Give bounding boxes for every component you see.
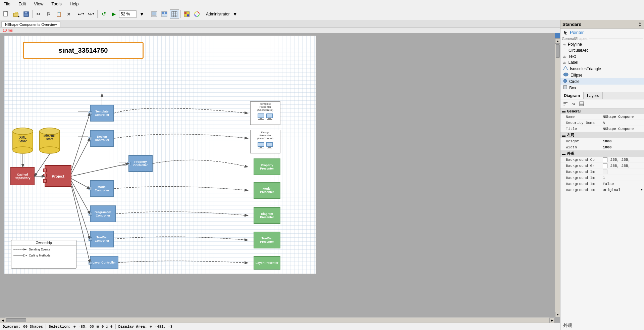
ado-store-node[interactable]: ado.NETStore [38,127,61,154]
tab-layers[interactable]: Layers [584,92,603,99]
design-presenter-node[interactable]: DesignPresenter(UserControl) [250,130,280,153]
scroll-down-arrow[interactable]: ▼ [555,312,560,317]
shape-circular-arc[interactable]: ⌒ CircularArc [560,47,644,53]
cached-repo-node[interactable]: CachedRepository [10,167,35,185]
model-presenter-node[interactable]: ModelPresenter [254,182,280,199]
bottom-section-label: 外观 [560,321,644,330]
save-button[interactable] [21,9,31,19]
colors-button[interactable] [192,9,202,19]
scroll-indicator [555,33,560,38]
general-section-header[interactable]: ▬ General [560,108,644,114]
zoom-input[interactable]: 52 % [119,10,137,18]
template-ctrl-node[interactable]: TemplateController [90,105,114,122]
open-button[interactable]: ▼ [11,9,21,19]
svg-rect-47 [258,148,264,148]
refresh-button[interactable]: ↺ [99,9,108,19]
svg-rect-41 [267,114,272,117]
prop-bg-im-row: Background Im [560,169,644,175]
undo-button[interactable]: ↩▼ [76,9,86,19]
horizontal-scrollbar[interactable]: ◀ ▶ [0,317,555,323]
svg-rect-51 [267,148,272,148]
diagram-presenter-node[interactable]: DiagramPresenter [254,207,280,224]
panel-header: Standard ▲ ▼ [560,20,644,29]
display-icon: ⊕ [150,324,152,329]
toolset-presenter-node[interactable]: ToolSetPresenter [254,232,280,248]
new-button[interactable] [1,9,11,19]
prop-view-btn[interactable] [578,100,585,107]
template-presenter-node[interactable]: TemplatePresenter(UserControl) [250,101,280,125]
diagramset-ctrl-node[interactable]: DiagramSetController [90,205,116,222]
property-presenter-node[interactable]: PropertyPresenter [254,158,280,175]
redo-button[interactable]: ↪▼ [87,9,96,19]
svg-point-27 [13,147,33,153]
grid-button[interactable] [170,9,179,19]
export-button[interactable] [150,9,159,19]
svg-marker-72 [563,66,568,70]
prop-height-row: Height 1000 [560,138,644,144]
diagram-tab[interactable]: NShape Components Overview [1,21,60,27]
scroll-thumb-v[interactable] [556,44,560,58]
cut-button[interactable]: ✂ [34,9,43,19]
panel-tabs: Diagram Layers [560,92,644,99]
prop-bg-gr-row: Background Gr 255, 255, [560,163,644,169]
play-button[interactable]: ▶ [109,9,118,19]
shape-box[interactable]: Box [560,85,644,91]
prop-bg-color-value: 255, 255, [603,157,643,162]
copy-button[interactable]: ⎘ [44,9,53,19]
project-node[interactable]: Project [45,165,71,187]
shape-ellipse[interactable]: Ellipse [560,72,644,78]
scroll-right-arrow[interactable]: ▶ [549,318,555,323]
toolset-ctrl-node[interactable]: ToolSetController [90,231,114,247]
canvas-status: 10 ms [0,28,560,33]
layer-ctrl-node[interactable]: Layer Controller [90,256,118,269]
canvas-viewport[interactable]: ▲ ▼ ◀ ▶ sinat_33514750 [0,33,560,323]
panel-scroll-down[interactable]: ▼ [638,25,642,28]
menu-help[interactable]: Help [68,1,81,7]
design-ctrl-node[interactable]: DesignController [90,130,114,147]
panel-scroll-up[interactable]: ▲ [638,21,642,24]
delete-button[interactable]: ✕ [64,9,73,19]
legend-title: Ownership [11,240,76,246]
scroll-thumb-h[interactable] [6,318,26,322]
paste-button[interactable]: 📋 [54,9,63,19]
display-coords: -481, -3 [155,325,172,329]
prop-alpha-btn[interactable]: A↕ [570,100,577,107]
vertical-scrollbar[interactable]: ▲ ▼ [555,38,560,317]
pointer-item[interactable]: Pointer [560,29,644,36]
menu-view[interactable]: View [32,1,45,7]
layer-presenter-node[interactable]: Layer Presenter [254,256,280,270]
menu-file[interactable]: File [1,1,12,7]
svg-rect-46 [260,147,262,148]
menu-edit[interactable]: Edit [16,1,28,7]
shape-label[interactable]: ab Label [560,59,644,65]
model-ctrl-node[interactable]: ModelController [90,180,114,197]
circular-arc-icon: ⌒ [563,48,567,53]
xml-store-node[interactable]: XMLStore [11,127,35,154]
shape-polyline[interactable]: ∿ Polyline [560,41,644,47]
legend-box: Ownership Sending Events Calling Methods [11,240,76,269]
menu-tools[interactable]: Tools [49,1,63,7]
scroll-left-arrow[interactable]: ◀ [0,318,5,323]
tab-diagram[interactable]: Diagram [560,92,584,99]
property-ctrl-node[interactable]: PropertyController [128,155,153,172]
panel-scrollbar-arrows[interactable]: ▲ ▼ [638,21,642,28]
shape-isosceles-triangle[interactable]: IsoscelesTriangle [560,65,644,72]
layout-section-header[interactable]: ▬ 布局 [560,132,644,138]
user-dropdown[interactable]: ▼ [230,9,240,19]
toolbar: ▼ ✂ ⎘ 📋 ✕ ↩▼ ↪▼ ↺ ▶ 52 % ▼ [0,8,644,20]
zoom-dropdown[interactable]: ▼ [137,9,147,19]
bg-color-swatch [603,157,607,162]
appearance-section-header[interactable]: ▬ 外观 [560,150,644,157]
dropdown-arrow[interactable]: ▼ [641,188,643,192]
diagram-paper[interactable]: sinat_33514750 XMLStore [4,36,316,274]
svg-line-60 [71,138,90,174]
shape-circle[interactable]: Circle [560,78,644,85]
scroll-up-arrow[interactable]: ▲ [555,38,560,44]
polyline-label: Polyline [568,42,582,47]
prop-bg-im4-label: Background Im [566,188,603,192]
theme-button[interactable] [182,9,192,19]
svg-rect-9 [152,15,156,16]
shape-text[interactable]: ab Text [560,53,644,59]
map-button[interactable] [160,9,169,19]
prop-sort-btn[interactable] [562,100,569,107]
